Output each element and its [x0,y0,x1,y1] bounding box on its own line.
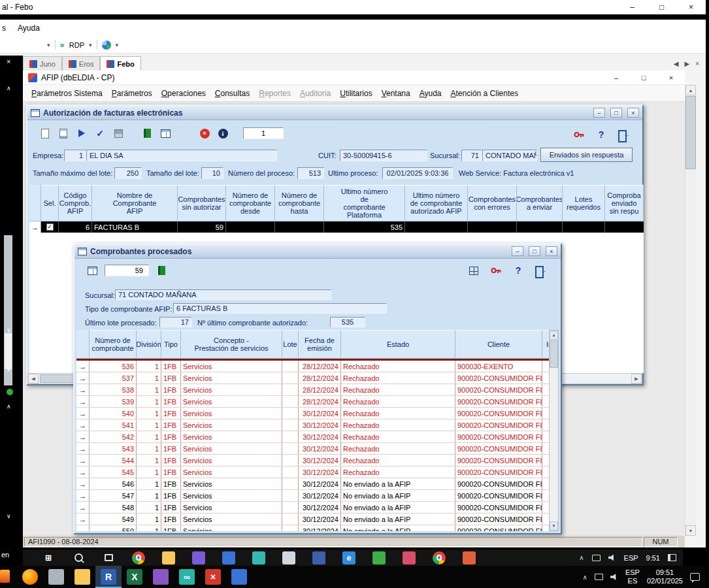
process-counter-field[interactable]: 1 [243,127,284,139]
app-purple-icon[interactable] [184,549,214,566]
proc-row-541[interactable]: →54111FBServicios30/12/2024Rechazado9000… [76,419,559,431]
menu-item[interactable]: Atención a Clientes [446,86,523,101]
help-button[interactable]: ? [510,263,527,278]
proc-row-543[interactable]: →54311FBServicios30/12/2024Rechazado9000… [76,443,559,455]
child-minimize-button[interactable]: – [593,108,605,118]
panel-chevron-down-icon[interactable]: ∨ [7,513,11,519]
run-process-button[interactable] [73,125,90,141]
proc-row-539[interactable]: →53911FBServicios28/12/2024Rechazado9000… [76,396,559,408]
firefox-icon[interactable] [17,566,43,588]
task-view-icon[interactable] [93,549,124,566]
cell-sel[interactable]: ✓ [41,221,59,233]
new-record-button[interactable] [37,125,54,141]
rdp-protocol-label[interactable]: RDP [69,41,84,49]
auth-column-header[interactable]: Número de comprobante desde [226,185,275,221]
enviados-sin-respuesta-button[interactable]: Enviados sin respuesta [540,148,633,162]
panel-close-icon[interactable]: × [7,366,10,374]
proc-column-header[interactable]: Número de comprobante [90,330,137,359]
app-vertical-scrollbar[interactable]: ▲ ▼ [685,85,696,536]
security-button[interactable] [570,127,587,142]
auth-column-header[interactable]: Lotes requeridos [563,185,605,221]
afip-maximize-button[interactable]: □ [630,71,657,84]
chat-bubble-icon[interactable] [690,573,700,581]
tab-febo[interactable]: Febo [100,56,140,71]
tray-chevron-icon[interactable]: ∧ [583,574,587,581]
auth-selected-row[interactable]: → ✓ 6 FACTURAS B 59 535 [29,221,644,233]
scroll-thumb[interactable] [550,340,558,368]
proc-column-header[interactable]: División [137,330,161,359]
speaker-icon[interactable] [608,555,616,561]
auth-column-header[interactable]: Comprobantes a enviar [517,185,563,221]
chat-icon[interactable] [244,549,274,566]
proc-row-536[interactable]: →53611FBServicios28/12/2024Rechazado9000… [76,361,559,372]
proc-row-549[interactable]: →54911FBServicios30/12/2024No enviado a … [76,514,559,525]
remote-language-indicator[interactable]: ESP [624,554,638,562]
security-button[interactable] [487,263,504,278]
sucursal-name-field[interactable]: CONTADO MAÑANA [482,150,537,161]
photos-icon[interactable] [214,549,244,566]
menu-item[interactable]: Ventana [377,86,415,101]
globe-icon[interactable] [102,41,111,50]
document-icon[interactable] [274,549,304,566]
proc-row-544[interactable]: →54411FBServicios30/12/2024Rechazado9000… [76,455,559,466]
remote-clock[interactable]: 9:51 [646,554,660,562]
excel-icon[interactable]: X [122,566,148,588]
scroll-thumb[interactable] [5,333,12,369]
network-icon[interactable] [595,574,603,580]
tab-scroll-left-icon[interactable]: ◀ [674,60,679,67]
network-icon[interactable] [592,555,601,561]
menu-item[interactable]: Reportes [254,86,295,101]
scroll-up-icon[interactable]: ▲ [550,331,558,340]
proc-row-540[interactable]: →54011FBServicios30/12/2024Rechazado9000… [76,408,559,419]
proc-row-550[interactable]: →55011FBServicios30/12/2024No enviado a … [76,525,559,531]
tab-eros[interactable]: Eros [62,56,101,71]
grid-button[interactable] [84,263,101,278]
menu-item[interactable]: Auditoria [295,86,335,101]
log-button[interactable] [139,125,156,141]
panel-chevron-up-icon[interactable]: ∧ [7,403,11,410]
child-minimize-button[interactable]: – [512,246,523,256]
scroll-right-icon[interactable]: ▶ [631,374,642,384]
app-pink-icon[interactable] [394,549,424,566]
empresa-name-field[interactable]: EL DIA SA [86,150,277,161]
scroll-down-icon[interactable]: ▼ [550,521,558,531]
child-close-button[interactable]: × [627,108,639,118]
proc-column-header[interactable]: Tipo [161,330,181,359]
auth-column-header[interactable]: Sel. [41,185,59,221]
file-explorer-icon[interactable] [69,566,95,588]
proc-row-545[interactable]: →54511FBServicios30/12/2024Rechazado9000… [76,466,559,478]
log-button[interactable] [153,263,170,278]
confirm-button[interactable]: ✓ [91,125,108,141]
auth-column-header[interactable]: Nombre de Comprobante AFIP [92,185,178,221]
app-teal-icon[interactable]: ∞ [174,566,200,588]
afip-close-button[interactable]: × [657,71,685,84]
action-center-icon[interactable] [668,554,676,561]
auth-column-header[interactable]: Comprobantes sin autorizar [178,185,226,221]
proc-column-header[interactable]: Lote [282,330,299,359]
auth-column-header[interactable]: Comprobantes con errores [468,185,517,221]
menu-item[interactable]: Operaciones [157,86,210,101]
panel-scrollbar[interactable] [4,235,12,385]
tab-scroll-right-icon[interactable]: ▶ [684,60,689,67]
menu-partial[interactable]: s [2,24,6,33]
save-button[interactable] [110,125,127,141]
auth-column-header[interactable]: Número de comprobante hasta [275,185,324,221]
paint-icon[interactable] [226,566,252,588]
afip-minimize-button[interactable]: – [602,71,630,84]
collapsed-panel-label[interactable]: en [1,551,9,559]
menu-item[interactable]: Parámetros [107,86,157,101]
tamano-maximo-field[interactable]: 250 [114,167,142,179]
local-language-indicator[interactable]: ESP ES [625,568,640,585]
chart-icon[interactable] [148,566,174,588]
procesados-counter-field[interactable]: 59 [105,265,149,276]
panel-chevron-up-icon[interactable]: ∧ [7,85,11,91]
tools-icon[interactable] [43,566,69,588]
autorizacion-titlebar[interactable]: Autorización de facturas electrónicas – … [27,106,642,120]
help-button[interactable]: ? [593,127,610,142]
menu-item[interactable]: Parámetros Sistema [27,86,107,101]
proc-tipo-field[interactable]: 6 FACTURAS B [173,303,387,314]
proc-lote-field[interactable]: 17 [159,317,192,327]
outer-maximize-button[interactable]: □ [647,0,676,14]
grid-view-button[interactable] [465,263,482,278]
proc-column-header[interactable]: Concepto - Prestación de servicios [181,330,282,359]
